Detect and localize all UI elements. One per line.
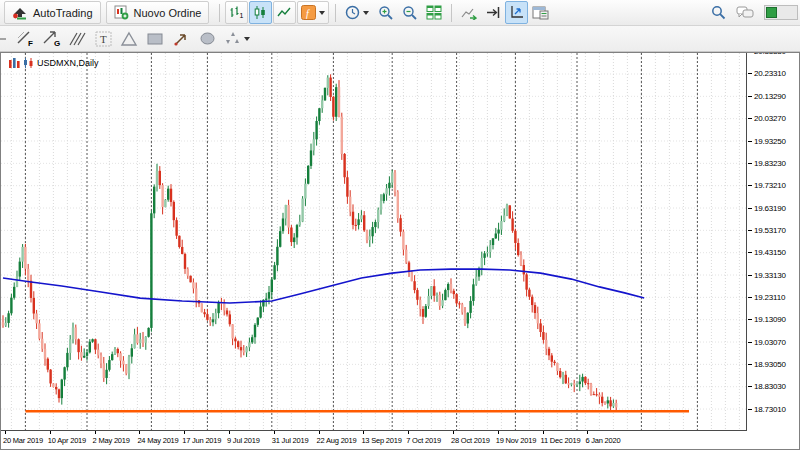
time-label: 2 May 2019 xyxy=(93,436,130,445)
autotrading-button[interactable]: AutoTrading xyxy=(4,1,101,24)
chart-title-bar: USDMXN,Daily xyxy=(9,58,99,68)
time-tick xyxy=(184,431,185,434)
data-window-button[interactable] xyxy=(529,1,552,24)
price-tick xyxy=(748,185,752,186)
chart-shift-icon xyxy=(509,5,525,20)
chart-shift-button[interactable] xyxy=(505,1,528,24)
channels-tool-button[interactable] xyxy=(64,27,90,50)
line-chart-button[interactable] xyxy=(273,1,296,24)
time-label: 20 Mar 2019 xyxy=(3,436,43,445)
price-tick xyxy=(748,141,752,142)
time-tick xyxy=(5,431,6,434)
price-tick xyxy=(748,319,752,320)
shapes-caret xyxy=(244,37,250,41)
time-label: 24 May 2019 xyxy=(137,436,178,445)
crosshair-icon xyxy=(0,30,8,48)
svg-text:G: G xyxy=(54,39,60,47)
main-toolbar: AutoTrading Nuovo Ordine 1 xyxy=(0,0,800,26)
gann-tool-button[interactable]: G xyxy=(38,27,64,50)
rectangle-tool-button[interactable] xyxy=(142,27,168,50)
time-label: 19 Nov 2019 xyxy=(496,436,536,445)
time-tick xyxy=(95,431,96,434)
toolbar-separator xyxy=(335,4,336,22)
price-tick xyxy=(748,73,752,74)
shapes-tool-button[interactable] xyxy=(220,27,255,50)
time-tick xyxy=(453,431,454,434)
connection-status xyxy=(764,5,798,20)
time-axis[interactable]: 20 Mar 201910 Apr 20192 May 201924 May 2… xyxy=(1,431,747,449)
indicators-caret xyxy=(319,11,325,15)
tile-windows-button[interactable] xyxy=(422,1,445,24)
price-label: 19.33130 xyxy=(748,271,786,280)
price-tick xyxy=(748,386,752,387)
price-label: 19.73210 xyxy=(748,181,786,190)
text-icon: T xyxy=(95,31,112,47)
autotrading-label: AutoTrading xyxy=(33,7,93,19)
search-icon[interactable] xyxy=(711,5,726,20)
svg-text:F: F xyxy=(28,39,33,47)
price-label: 19.53170 xyxy=(748,226,786,235)
ellipse-icon xyxy=(199,31,216,46)
time-tick xyxy=(363,431,364,434)
time-label: 6 Jan 2020 xyxy=(585,436,620,445)
price-tick xyxy=(748,230,752,231)
data-window-icon xyxy=(532,5,549,20)
chat-icon[interactable] xyxy=(736,6,754,20)
chart-icon-bars xyxy=(9,58,20,68)
auto-scroll-icon xyxy=(461,5,477,20)
price-label: 20.03270 xyxy=(748,114,786,123)
zoom-in-button[interactable] xyxy=(374,1,397,24)
indicators-button[interactable]: f xyxy=(297,1,329,24)
timeframes-caret xyxy=(363,11,369,15)
timeframes-button[interactable] xyxy=(341,1,373,24)
price-label: 19.23110 xyxy=(748,293,785,302)
time-tick xyxy=(50,431,51,434)
bar-chart-icon: 1 xyxy=(229,5,244,20)
bar-chart-button[interactable]: 1 xyxy=(225,1,248,24)
time-tick xyxy=(408,431,409,434)
price-label: 19.83230 xyxy=(748,159,786,168)
crosshair-tool-button[interactable] xyxy=(0,27,12,50)
fibonacci-icon: F xyxy=(16,30,35,47)
svg-text:1: 1 xyxy=(240,12,244,19)
price-label: 20.13290 xyxy=(748,92,786,101)
time-tick xyxy=(319,431,320,434)
gann-icon: G xyxy=(42,30,61,47)
price-label: 18.73010 xyxy=(748,405,786,414)
zoom-out-icon xyxy=(402,5,418,21)
time-label: 10 Apr 2019 xyxy=(48,436,86,445)
shift-end-button[interactable] xyxy=(481,1,504,24)
ellipse-tool-button[interactable] xyxy=(194,27,220,50)
time-label: 9 Jul 2019 xyxy=(227,436,260,445)
price-tick xyxy=(748,342,752,343)
time-tick xyxy=(498,431,499,434)
chart-icon-candles xyxy=(23,58,34,68)
toolbar-separator xyxy=(219,4,220,22)
arrow-tool-button[interactable] xyxy=(168,27,194,50)
auto-scroll-button[interactable] xyxy=(457,1,480,24)
price-label: 19.63190 xyxy=(748,204,786,213)
price-axis[interactable]: 20.3333020.2331020.1329020.0327019.93250… xyxy=(748,53,799,431)
fibonacci-tool-button[interactable]: F xyxy=(12,27,38,50)
arrow-icon xyxy=(173,31,189,47)
new-order-button[interactable]: Nuovo Ordine xyxy=(106,1,210,24)
indicators-icon: f xyxy=(301,5,316,20)
text-tool-button[interactable]: T xyxy=(90,27,116,50)
candlestick-chart-button[interactable] xyxy=(249,1,272,24)
time-tick xyxy=(274,431,275,434)
triangle-tool-button[interactable] xyxy=(116,27,142,50)
price-label: 19.43150 xyxy=(748,248,786,257)
price-tick xyxy=(748,297,752,298)
shift-end-icon xyxy=(485,5,501,20)
time-tick xyxy=(587,431,588,434)
status-green-icon xyxy=(766,7,777,18)
new-order-icon xyxy=(114,5,129,20)
chart-plot-area[interactable] xyxy=(1,53,747,431)
price-tick xyxy=(748,163,752,164)
price-tick xyxy=(748,364,752,365)
chart-window: USDMXN,Daily 20.3333020.2331020.1329020.… xyxy=(0,52,800,450)
time-label: 17 Jun 2019 xyxy=(182,436,221,445)
price-tick xyxy=(748,252,752,253)
zoom-out-button[interactable] xyxy=(398,1,421,24)
time-tick xyxy=(139,431,140,434)
